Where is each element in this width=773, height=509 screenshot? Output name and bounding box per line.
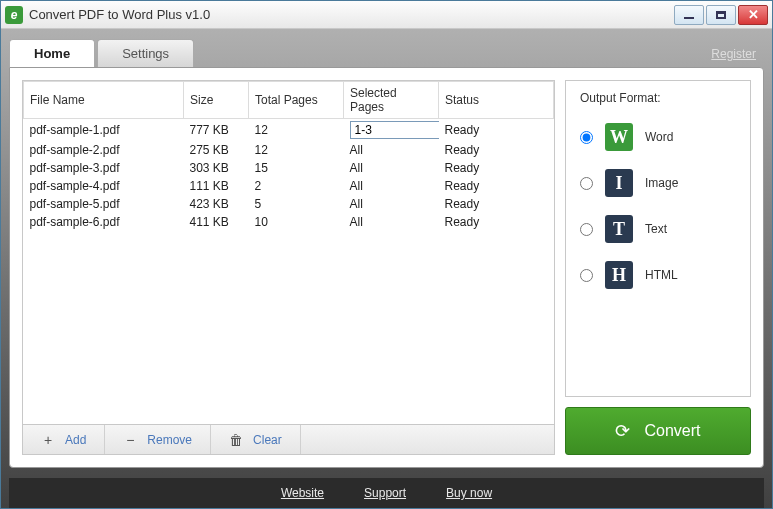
col-total-pages[interactable]: Total Pages: [249, 82, 344, 119]
cell-selected-pages[interactable]: All: [344, 141, 439, 159]
cell-total-pages: 15: [249, 159, 344, 177]
table-row[interactable]: pdf-sample-1.pdf777 KB12▼Ready: [24, 119, 554, 142]
remove-label: Remove: [147, 433, 192, 447]
minus-icon: −: [123, 432, 137, 448]
table-row-empty: [24, 321, 554, 339]
add-label: Add: [65, 433, 86, 447]
cell-size: 777 KB: [184, 119, 249, 142]
cell-filename: pdf-sample-5.pdf: [24, 195, 184, 213]
table-row-empty: [24, 285, 554, 303]
cell-total-pages: 10: [249, 213, 344, 231]
file-list-pane: File Name Size Total Pages Selected Page…: [22, 80, 555, 455]
window-title: Convert PDF to Word Plus v1.0: [29, 7, 674, 22]
minimize-button[interactable]: [674, 5, 704, 25]
cell-selected-pages[interactable]: All: [344, 159, 439, 177]
cell-selected-pages[interactable]: All: [344, 177, 439, 195]
format-radio-text[interactable]: [580, 223, 593, 236]
format-label-word: Word: [645, 130, 673, 144]
text-icon: T: [605, 215, 633, 243]
cell-filename: pdf-sample-4.pdf: [24, 177, 184, 195]
maximize-button[interactable]: [706, 5, 736, 25]
cell-status: Ready: [439, 195, 554, 213]
format-option-image[interactable]: I Image: [580, 169, 736, 197]
col-status[interactable]: Status: [439, 82, 554, 119]
cell-total-pages: 12: [249, 141, 344, 159]
main-panel: File Name Size Total Pages Selected Page…: [9, 67, 764, 468]
cell-selected-pages[interactable]: All: [344, 213, 439, 231]
format-radio-image[interactable]: [580, 177, 593, 190]
col-size[interactable]: Size: [184, 82, 249, 119]
clear-button[interactable]: 🗑 Clear: [211, 425, 301, 454]
register-link[interactable]: Register: [711, 47, 756, 61]
plus-icon: +: [41, 432, 55, 448]
table-row-empty: [24, 231, 554, 249]
table-header-row: File Name Size Total Pages Selected Page…: [24, 82, 554, 119]
format-radio-html[interactable]: [580, 269, 593, 282]
cell-selected-pages[interactable]: ▼: [344, 119, 439, 142]
cell-total-pages: 2: [249, 177, 344, 195]
table-row-empty: [24, 339, 554, 357]
tab-settings[interactable]: Settings: [97, 39, 194, 67]
file-toolbar: + Add − Remove 🗑 Clear: [23, 424, 554, 454]
table-row-empty: [24, 357, 554, 375]
cell-size: 411 KB: [184, 213, 249, 231]
right-pane: Output Format: W Word I Image T: [565, 80, 751, 455]
clear-label: Clear: [253, 433, 282, 447]
table-row-empty: [24, 249, 554, 267]
cell-total-pages: 12: [249, 119, 344, 142]
table-row[interactable]: pdf-sample-6.pdf411 KB10AllReady: [24, 213, 554, 231]
cell-status: Ready: [439, 141, 554, 159]
cell-status: Ready: [439, 119, 554, 142]
add-button[interactable]: + Add: [23, 425, 105, 454]
convert-button[interactable]: ⟳ Convert: [565, 407, 751, 455]
table-row-empty: [24, 303, 554, 321]
convert-label: Convert: [644, 422, 700, 440]
footer-support-link[interactable]: Support: [364, 486, 406, 500]
table-row[interactable]: pdf-sample-5.pdf423 KB5AllReady: [24, 195, 554, 213]
table-row-empty: [24, 375, 554, 393]
table-row[interactable]: pdf-sample-4.pdf111 KB2AllReady: [24, 177, 554, 195]
close-icon: ✕: [748, 7, 759, 22]
cell-size: 275 KB: [184, 141, 249, 159]
selected-pages-input[interactable]: [350, 121, 439, 139]
col-selected-pages[interactable]: Selected Pages: [344, 82, 439, 119]
minimize-icon: [684, 17, 694, 19]
cell-size: 423 KB: [184, 195, 249, 213]
format-label-html: HTML: [645, 268, 678, 282]
output-format-box: Output Format: W Word I Image T: [565, 80, 751, 397]
cell-total-pages: 5: [249, 195, 344, 213]
trash-icon: 🗑: [229, 432, 243, 448]
cell-size: 303 KB: [184, 159, 249, 177]
tab-home[interactable]: Home: [9, 39, 95, 67]
window-controls: ✕: [674, 5, 768, 25]
col-filename[interactable]: File Name: [24, 82, 184, 119]
footer: Website Support Buy now: [9, 478, 764, 508]
content-area: Home Settings Register File Name Size: [1, 29, 772, 508]
html-icon: H: [605, 261, 633, 289]
cell-filename: pdf-sample-1.pdf: [24, 119, 184, 142]
tabs-row: Home Settings Register: [9, 37, 764, 67]
format-option-text[interactable]: T Text: [580, 215, 736, 243]
cell-filename: pdf-sample-3.pdf: [24, 159, 184, 177]
table-row[interactable]: pdf-sample-2.pdf275 KB12AllReady: [24, 141, 554, 159]
table-row-empty: [24, 393, 554, 411]
close-button[interactable]: ✕: [738, 5, 768, 25]
word-icon: W: [605, 123, 633, 151]
cell-status: Ready: [439, 177, 554, 195]
footer-website-link[interactable]: Website: [281, 486, 324, 500]
format-label-text: Text: [645, 222, 667, 236]
convert-icon: ⟳: [615, 420, 630, 442]
remove-button[interactable]: − Remove: [105, 425, 211, 454]
table-row[interactable]: pdf-sample-3.pdf303 KB15AllReady: [24, 159, 554, 177]
cell-filename: pdf-sample-2.pdf: [24, 141, 184, 159]
cell-size: 111 KB: [184, 177, 249, 195]
format-radio-word[interactable]: [580, 131, 593, 144]
footer-buy-link[interactable]: Buy now: [446, 486, 492, 500]
format-option-word[interactable]: W Word: [580, 123, 736, 151]
maximize-icon: [716, 11, 726, 19]
format-option-html[interactable]: H HTML: [580, 261, 736, 289]
table-row-empty: [24, 267, 554, 285]
titlebar: e Convert PDF to Word Plus v1.0 ✕: [1, 1, 772, 29]
cell-selected-pages[interactable]: All: [344, 195, 439, 213]
output-format-title: Output Format:: [580, 91, 736, 105]
